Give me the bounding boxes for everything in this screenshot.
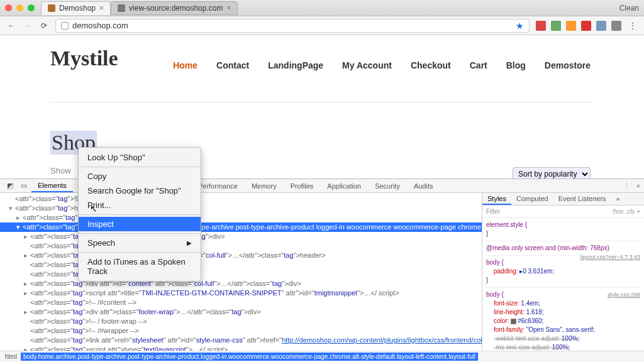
nav-link[interactable]: Cart (470, 60, 487, 70)
devtools-tab[interactable]: Profiles (284, 180, 320, 192)
filter-input[interactable]: Filter (486, 208, 500, 215)
extension-icon[interactable] (581, 21, 591, 31)
context-menu-item[interactable]: Print... (79, 198, 201, 212)
extension-icon[interactable] (566, 21, 576, 31)
favicon-icon (118, 4, 125, 12)
devtools-menu-icon[interactable]: ⋮ (623, 182, 630, 190)
dom-breadcrumb[interactable]: htmlbody.home.archive.post-type-archive.… (0, 351, 644, 362)
dom-node[interactable]: <attr">class="tag">!-- #content Starts -… (0, 270, 482, 279)
url-input[interactable]: demoshop.com ★ (55, 19, 530, 33)
dom-tree[interactable]: <attr">class="tag">!DOCTYPE html>▾<attr"… (0, 193, 482, 351)
more-tabs-icon[interactable]: » (611, 193, 625, 205)
sort-select[interactable]: Sort by popularity (513, 167, 591, 178)
dom-node[interactable]: <attr">class="tag">!-- /#content --> (0, 298, 482, 307)
devtools-tab[interactable]: Memory (245, 180, 283, 192)
devtools-tab[interactable]: Audits (408, 180, 440, 192)
dom-node[interactable]: <attr">class="tag">!-- /#top --> (0, 241, 482, 251)
close-window-icon[interactable] (5, 4, 12, 11)
tab-title: view-source:demoshop.com (129, 4, 223, 13)
styles-pane: StylesComputedEvent Listeners» Filter :h… (482, 193, 644, 351)
site-info-icon[interactable] (61, 22, 69, 30)
forward-button[interactable]: → (23, 21, 33, 31)
dom-node[interactable]: ▾<attr">class="tag">body attr">class="ho… (0, 222, 482, 232)
main-nav: HomeContactLandingPageMy AccountCheckout… (173, 60, 591, 70)
browser-tabs: Demoshop×view-source:demoshop.com× (41, 1, 619, 15)
bookmark-star-icon[interactable]: ★ (516, 21, 524, 31)
dom-node[interactable]: ▸<attr">class="tag">div attr">id="top">…… (0, 232, 482, 241)
dom-node[interactable]: <attr">class="tag">!-- / footer-wrap --> (0, 317, 482, 326)
window-controls (5, 4, 35, 11)
extension-icon[interactable] (551, 21, 561, 31)
device-icon[interactable]: ▭ (18, 181, 30, 191)
menu-icon[interactable]: ⋮ (628, 21, 638, 31)
minimize-window-icon[interactable] (16, 4, 23, 11)
breadcrumb-item[interactable]: html (3, 353, 19, 361)
back-button[interactable]: ← (6, 21, 16, 31)
url-text: demoshop.com (72, 21, 128, 30)
context-menu-item[interactable]: Speech▶ (79, 236, 201, 250)
context-menu-item[interactable]: Inspect (79, 217, 201, 231)
profile-label: Clean (619, 4, 639, 13)
context-menu-item[interactable]: Search Google for "Shop" (79, 184, 201, 198)
extension-icon[interactable] (536, 21, 546, 31)
styles-tab[interactable]: Styles (482, 193, 511, 205)
dom-node[interactable]: <attr">class="tag">!-- /#header --> (0, 260, 482, 270)
context-menu-item[interactable]: Copy (79, 169, 201, 184)
dom-node[interactable]: <attr">class="tag">!-- /#wrapper --> (0, 326, 482, 336)
tab-title: Demoshop (59, 4, 96, 13)
maximize-window-icon[interactable] (28, 4, 35, 11)
context-menu-item[interactable]: Look Up "Shop" (79, 150, 201, 165)
filter-toggles[interactable]: :hov .cls + (612, 208, 640, 215)
inspect-icon[interactable]: ◩ (4, 181, 16, 191)
close-tab-icon[interactable]: × (99, 4, 104, 13)
nav-link[interactable]: LandingPage (268, 60, 323, 70)
address-bar: ← → ⟳ demoshop.com ★ ⋮ (0, 16, 644, 35)
dom-node[interactable]: <attr">class="tag">!DOCTYPE html> (0, 194, 482, 204)
dom-node[interactable]: <attr">class="tag">link attr">rel="style… (0, 336, 482, 345)
context-menu: Look Up "Shop"CopySearch Google for "Sho… (78, 147, 201, 282)
favicon-icon (48, 4, 55, 12)
dom-node[interactable]: ▸<attr">class="tag">div attr">class="foo… (0, 307, 482, 317)
devtools-tab[interactable]: Elements (31, 180, 73, 192)
context-menu-item[interactable]: Add to iTunes as a Spoken Track (79, 255, 201, 278)
nav-link[interactable]: Home (173, 60, 197, 70)
close-tab-icon[interactable]: × (226, 4, 231, 13)
titlebar: Demoshop×view-source:demoshop.com× Clean (0, 0, 644, 16)
extensions (536, 21, 621, 31)
devtools-tab[interactable]: Security (369, 180, 406, 192)
chevron-right-icon: ▶ (187, 239, 192, 246)
dom-node[interactable]: ▾<attr">class="tag">html attr">lang="en-… (0, 204, 482, 213)
extension-icon[interactable] (596, 21, 606, 31)
dom-node[interactable]: ▸<attr">class="tag">header attr">id="hea… (0, 251, 482, 260)
styles-rules[interactable]: element.style {}@media only screen and (… (482, 218, 644, 351)
nav-link[interactable]: My Account (342, 60, 392, 70)
browser-tab[interactable]: view-source:demoshop.com× (111, 1, 238, 15)
reload-button[interactable]: ⟳ (39, 21, 49, 31)
browser-tab[interactable]: Demoshop× (41, 1, 111, 15)
styles-tab[interactable]: Event Listeners (553, 193, 611, 205)
extension-icon[interactable] (611, 21, 621, 31)
dom-node[interactable]: ▸<attr">class="tag">div attr">id="conten… (0, 279, 482, 288)
devtools-tab[interactable]: Application (321, 180, 367, 192)
nav-link[interactable]: Blog (506, 60, 526, 70)
sort-select-wrap: Sort by popularity (513, 167, 591, 178)
devtools-close-icon[interactable]: × (636, 182, 640, 190)
nav-link[interactable]: Checkout (411, 60, 451, 70)
breadcrumb-item[interactable]: body.home.archive.post-type-archive.post… (21, 353, 478, 361)
nav-link[interactable]: Demostore (545, 60, 591, 70)
nav-link[interactable]: Contact (216, 60, 249, 70)
dom-node[interactable]: ▸<attr">class="tag">script attr">title="… (0, 288, 482, 298)
styles-tab[interactable]: Computed (511, 193, 553, 205)
dom-node[interactable]: ▸<attr">class="tag">head>…</attr">class=… (0, 213, 482, 222)
dom-node[interactable]: ▸<attr">class="tag">script attr">type="t… (0, 345, 482, 351)
